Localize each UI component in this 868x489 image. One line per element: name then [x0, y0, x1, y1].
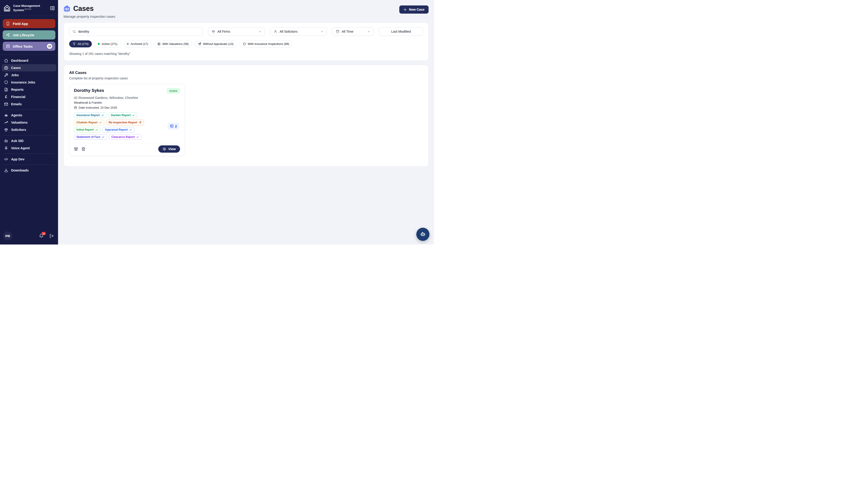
chip-with-valuations[interactable]: With Valuations (58)	[154, 40, 192, 48]
sidebar-item-cases[interactable]: Cases	[2, 64, 56, 71]
sidebar-item-insurance-jobs[interactable]: Insurance Jobs	[2, 79, 56, 86]
sidebar-item-dashboard[interactable]: Dashboard	[2, 57, 56, 64]
sidebar-nav: Dashboard Cases Jobs Insurance Jobs Repo…	[0, 55, 58, 176]
sidebar-item-agents[interactable]: Agents	[2, 112, 56, 119]
check-icon	[129, 128, 132, 131]
notification-count-badge: 11	[41, 232, 46, 235]
sidebar-footer: PR 11	[0, 228, 58, 245]
firms-dropdown[interactable]: All Firms	[208, 27, 265, 36]
shield-icon	[243, 42, 246, 45]
robot-icon	[420, 231, 426, 238]
sidebar-item-reports[interactable]: Reports	[2, 86, 56, 93]
sort-button[interactable]: Last Modified	[379, 27, 423, 36]
section-subtitle: Complete list of property inspection cas…	[69, 77, 423, 80]
assistant-robot-button[interactable]	[416, 228, 430, 241]
download-icon	[4, 168, 8, 172]
search-input[interactable]	[78, 30, 199, 33]
app-version: v2.4.12	[25, 8, 31, 10]
app-title: Case Management Systemv2.4.12	[13, 4, 48, 12]
case-card: Dorothy Sykes Active 42 Rosewood Gardens…	[69, 84, 185, 156]
section-title: All Cases	[69, 70, 423, 75]
funnel-icon	[72, 42, 76, 45]
avatar[interactable]: PR	[3, 231, 12, 240]
sidebar-item-jobs[interactable]: Jobs	[2, 71, 56, 79]
workflow-icon	[6, 33, 10, 37]
sidebar-divider	[4, 110, 55, 110]
sidebar-item-solicitors[interactable]: Solicitors	[2, 126, 56, 133]
sidebar-button-office-tasks[interactable]: Office Tasks 13	[3, 42, 55, 51]
smartphone-icon	[6, 22, 10, 26]
chip-with-insurance-inspections[interactable]: With Insurance Inspections (69)	[240, 40, 293, 48]
calendar-icon	[74, 106, 77, 109]
case-name: Dorothy Sykes	[74, 88, 104, 93]
check-icon	[132, 114, 135, 117]
sidebar-header: Case Management Systemv2.4.12	[0, 0, 58, 16]
send-icon	[139, 121, 142, 124]
check-icon	[102, 135, 104, 139]
notifications-button[interactable]: 11	[39, 234, 43, 238]
pound-icon: £	[4, 95, 8, 99]
new-case-button[interactable]: New Case	[399, 5, 429, 13]
tag-garden-report[interactable]: Garden Report	[108, 113, 137, 118]
tag-insurance-report[interactable]: Insurance Report	[74, 113, 106, 118]
scales-icon	[4, 128, 8, 132]
solicitors-dropdown[interactable]: All Solicitors	[270, 27, 327, 36]
page-subtitle: Manage property inspection cases	[63, 14, 115, 19]
calendar-icon	[336, 30, 339, 33]
sidebar-item-app-dev[interactable]: App Dev	[2, 156, 56, 163]
sidebar-collapse-icon[interactable]	[50, 6, 55, 11]
page-title: Cases	[73, 4, 94, 13]
chip-archived[interactable]: Archived (17)	[123, 40, 152, 48]
report-tags: Insurance Report Garden Report Chattels …	[74, 113, 164, 140]
check-icon	[136, 135, 139, 139]
office-tasks-count-badge: 13	[47, 44, 52, 49]
sidebar-item-financial[interactable]: £ Financial	[2, 93, 56, 100]
status-badge: Active	[167, 88, 180, 94]
view-button[interactable]: View	[158, 145, 180, 153]
tag-clearance-report[interactable]: Clearance Report	[109, 134, 142, 140]
chip-active[interactable]: Active (271)	[94, 40, 121, 48]
mail-icon	[4, 102, 8, 106]
sidebar-button-label: Field App	[13, 22, 28, 26]
sidebar-item-emails[interactable]: Emails	[2, 100, 56, 108]
sidebar-item-valuations[interactable]: Valuations	[2, 119, 56, 126]
main-content: Cases Manage property inspection cases N…	[58, 0, 434, 245]
gray-dot-icon	[127, 43, 129, 45]
all-cases-panel: All Cases Complete list of property insp…	[63, 65, 429, 166]
case-firm: Weatherall & Franklin	[74, 101, 180, 104]
sidebar-button-field-app[interactable]: Field App	[3, 19, 55, 28]
tag-initial-report[interactable]: Initial Report	[74, 127, 100, 132]
code-icon	[4, 157, 8, 161]
chip-without-appraisals[interactable]: Without Appraisals (13)	[194, 40, 237, 48]
case-date-row: Date Instructed: 23 Dec 2025	[74, 106, 180, 109]
eye-icon	[162, 147, 166, 151]
sidebar-item-voice-agent[interactable]: Voice Agent	[2, 145, 56, 152]
shield-icon	[4, 80, 8, 84]
tag-chattels-report[interactable]: Chattels Report	[74, 120, 104, 125]
archive-icon[interactable]	[74, 147, 78, 151]
notebook-icon	[170, 124, 174, 128]
logout-icon[interactable]	[50, 234, 54, 238]
chevron-down-icon	[258, 30, 261, 33]
filters-panel: All Firms All Solicitors All Time Last M…	[63, 23, 429, 61]
tag-appraisal-report[interactable]: Appraisal Report	[102, 127, 134, 132]
wrench-icon	[4, 73, 8, 77]
robot-icon	[4, 139, 8, 143]
sidebar-item-downloads[interactable]: Downloads	[2, 167, 56, 174]
time-dropdown[interactable]: All Time	[333, 27, 374, 36]
sidebar-item-ask-sid[interactable]: Ask SID	[2, 137, 56, 145]
notes-count-badge[interactable]: 2	[167, 123, 179, 130]
trash-icon[interactable]	[82, 147, 86, 151]
tag-re-inspection-report[interactable]: Re-inspection Report	[106, 120, 144, 125]
divider	[73, 143, 181, 143]
user-icon	[274, 30, 277, 33]
sidebar-button-job-lifecycle[interactable]: Job Lifecycle	[3, 30, 55, 39]
sidebar: Case Management Systemv2.4.12 Field App …	[0, 0, 58, 245]
tag-statement-of-fact[interactable]: Statement of Fact	[74, 134, 107, 140]
sidebar-quick-buttons: Field App Job Lifecycle Office Tasks 13	[0, 16, 58, 55]
send-icon	[198, 42, 201, 45]
agent-icon	[4, 113, 8, 117]
chip-all[interactable]: All (274)	[69, 40, 92, 48]
search-box	[69, 27, 203, 36]
notebook-icon	[157, 42, 160, 45]
